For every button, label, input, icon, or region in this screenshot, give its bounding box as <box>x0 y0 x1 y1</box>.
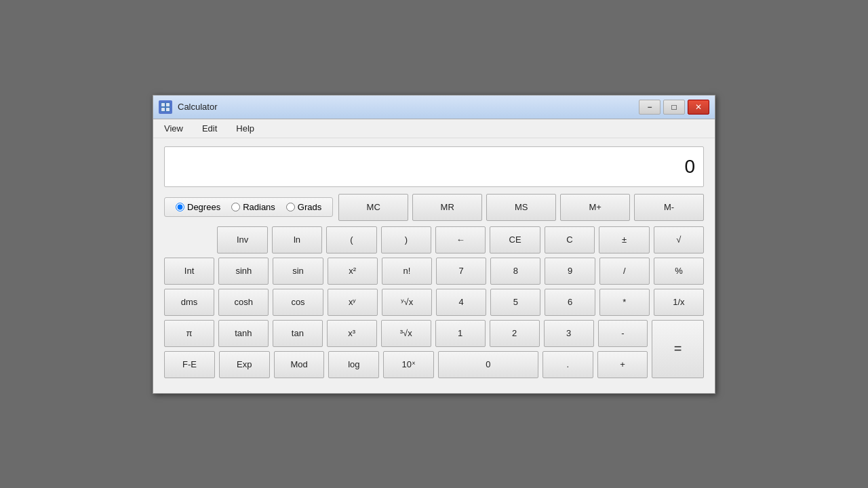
plusminus-button[interactable]: ± <box>599 226 649 253</box>
titlebar-left: Calculator <box>159 100 218 114</box>
calculator-window: Calculator − □ ✕ View Edit Help 0 Degree… <box>153 95 715 394</box>
equals-button[interactable]: = <box>652 320 704 378</box>
reciprocal-button[interactable]: 1/x <box>654 289 704 316</box>
svg-rect-3 <box>161 108 165 111</box>
ce-button[interactable]: CE <box>490 226 540 253</box>
yrtx-button[interactable]: ʸ√x <box>382 289 432 316</box>
button-row-4: π tanh tan x³ ³√x 1 2 3 - <box>164 320 648 347</box>
display-value: 0 <box>684 156 695 178</box>
eight-button[interactable]: 8 <box>490 258 540 285</box>
multiply-button[interactable]: * <box>599 289 650 316</box>
zero-button[interactable]: 0 <box>438 351 538 378</box>
degrees-radio[interactable]: Degrees <box>176 202 220 212</box>
int-button[interactable]: Int <box>164 258 214 285</box>
window-title: Calculator <box>178 102 218 112</box>
six-button[interactable]: 6 <box>545 289 595 316</box>
backspace-button[interactable]: ← <box>435 226 486 253</box>
tanh-button[interactable]: tanh <box>218 320 269 347</box>
four-button[interactable]: 4 <box>436 289 486 316</box>
angle-memory-row: Degrees Radians Grads MC MR MS M+ M- <box>164 194 704 221</box>
fe-button[interactable]: F-E <box>164 351 215 378</box>
button-row-1: Inv ln ( ) ← CE C ± √ <box>164 226 704 253</box>
radians-radio[interactable]: Radians <box>231 202 275 212</box>
titlebar: Calculator − □ ✕ <box>153 96 715 119</box>
sin-button[interactable]: sin <box>273 258 323 285</box>
radians-label: Radians <box>243 202 275 212</box>
openparen-button[interactable]: ( <box>326 226 376 253</box>
seven-button[interactable]: 7 <box>436 258 486 285</box>
app-icon <box>159 100 172 114</box>
button-row-3: dms cosh cos xʸ ʸ√x 4 5 6 * 1/x <box>164 289 704 316</box>
one-button[interactable]: 1 <box>435 320 486 347</box>
display: 0 <box>164 146 704 187</box>
dot-button[interactable]: . <box>542 351 593 378</box>
grads-label: Grads <box>298 202 321 212</box>
menubar: View Edit Help <box>153 119 715 138</box>
crtx-button[interactable]: ³√x <box>381 320 431 347</box>
angle-group: Degrees Radians Grads <box>164 197 333 217</box>
menu-view[interactable]: View <box>161 122 186 135</box>
mplus-button[interactable]: M+ <box>560 194 630 221</box>
pi-button[interactable]: π <box>164 320 214 347</box>
memory-buttons: MC MR MS M+ M- <box>338 194 704 221</box>
two-button[interactable]: 2 <box>490 320 540 347</box>
subtract-button[interactable]: - <box>598 320 648 347</box>
inv-button[interactable]: Inv <box>217 226 267 253</box>
maximize-button[interactable]: □ <box>663 100 685 115</box>
three-button[interactable]: 3 <box>544 320 594 347</box>
mr-button[interactable]: MR <box>412 194 482 221</box>
cos-button[interactable]: cos <box>273 289 323 316</box>
closeparen-button[interactable]: ) <box>381 226 431 253</box>
exp-button[interactable]: Exp <box>219 351 270 378</box>
svg-rect-4 <box>166 108 170 111</box>
menu-help[interactable]: Help <box>233 122 257 135</box>
dms-button[interactable]: dms <box>164 289 214 316</box>
tan-button[interactable]: tan <box>273 320 323 347</box>
menu-edit[interactable]: Edit <box>199 122 220 135</box>
button-row-2: Int sinh sin x² n! 7 8 9 / % <box>164 258 704 285</box>
mod-button[interactable]: Mod <box>274 351 325 378</box>
calc-body: 0 Degrees Radians Grads MC MR <box>153 138 715 393</box>
close-button[interactable]: ✕ <box>688 100 709 115</box>
add-button[interactable]: + <box>597 351 648 378</box>
button-row-5: F-E Exp Mod log 10ˣ 0 . + <box>164 351 648 378</box>
mc-button[interactable]: MC <box>338 194 408 221</box>
degrees-label: Degrees <box>187 202 220 212</box>
cosh-button[interactable]: cosh <box>218 289 269 316</box>
ln-button[interactable]: ln <box>272 226 322 253</box>
log-button[interactable]: log <box>328 351 379 378</box>
blank-button <box>164 226 213 253</box>
window-controls: − □ ✕ <box>639 100 709 115</box>
svg-rect-2 <box>166 103 170 106</box>
c-button[interactable]: C <box>545 226 595 253</box>
percent-button[interactable]: % <box>654 258 704 285</box>
xy-button[interactable]: xʸ <box>328 289 378 316</box>
grads-radio[interactable]: Grads <box>286 202 321 212</box>
divide-button[interactable]: / <box>599 258 650 285</box>
mminus-button[interactable]: M- <box>634 194 704 221</box>
tenx-button[interactable]: 10ˣ <box>383 351 434 378</box>
svg-rect-1 <box>161 103 165 106</box>
nine-button[interactable]: 9 <box>545 258 595 285</box>
ms-button[interactable]: MS <box>486 194 556 221</box>
x3-button[interactable]: x³ <box>327 320 377 347</box>
x2-button[interactable]: x² <box>328 258 378 285</box>
minimize-button[interactable]: − <box>639 100 660 115</box>
nfact-button[interactable]: n! <box>382 258 432 285</box>
sqrt-button[interactable]: √ <box>654 226 704 253</box>
sinh-button[interactable]: sinh <box>218 258 269 285</box>
five-button[interactable]: 5 <box>490 289 540 316</box>
